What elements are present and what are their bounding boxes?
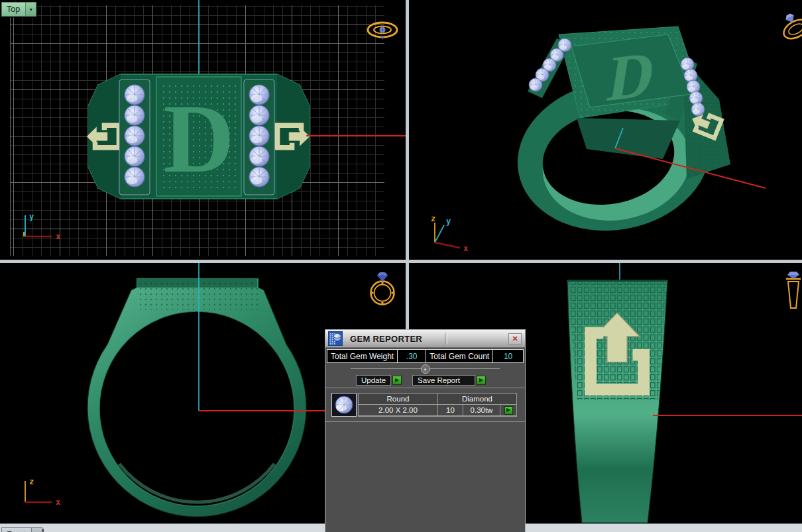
gem-type-header: Diamond <box>438 394 516 405</box>
viewport-label-top[interactable]: Top ▼ <box>1 2 36 17</box>
view-orientation-icon-front[interactable] <box>371 272 394 305</box>
update-play-button[interactable]: ▶ <box>392 376 402 385</box>
view-orientation-icon-top[interactable] <box>368 23 397 40</box>
axis-indicator-perspective: z y x <box>431 214 468 253</box>
close-button[interactable]: ✕ <box>508 333 522 345</box>
viewport-front-dropdown[interactable]: ▼ <box>31 528 42 532</box>
ring-model-front-view[interactable] <box>87 278 306 517</box>
chevron-down-icon: ▼ <box>29 7 33 12</box>
viewport-perspective-canvas[interactable]: D <box>409 0 802 260</box>
update-button[interactable]: Update <box>356 375 391 386</box>
save-report-play-button[interactable]: ▶ <box>477 376 486 385</box>
gem-shape-header: Round <box>359 394 438 405</box>
gem-reporter-dialog: GEM REPORTER ✕ Total Gem Weight .30 Tota… <box>325 329 526 532</box>
gem-reporter-icon <box>328 331 343 346</box>
viewport-label-front-text: Front <box>2 528 31 532</box>
gem-row-right <box>249 85 269 187</box>
dialog-buttons-row: Update ▶ Save Report ▶ <box>325 373 525 388</box>
gem-row-left <box>125 85 144 187</box>
axis-label-z: z <box>29 477 34 486</box>
view-orientation-icon-perspective[interactable] <box>777 9 802 42</box>
gem-row-play-button[interactable]: ▶ <box>504 406 513 415</box>
gem-size-cell: 2.00 X 2.00 <box>359 405 438 416</box>
titlebar-groove <box>445 333 447 345</box>
viewport-top-canvas[interactable]: D y x <box>0 0 406 260</box>
gem-totals-row: Total Gem Weight .30 Total Gem Count 10 <box>327 349 524 363</box>
gem-count-cell: 10 <box>438 405 463 416</box>
ring-model-top-view[interactable]: D <box>87 74 310 199</box>
total-gem-count-value: 10 <box>492 350 523 362</box>
axis-label-x: x <box>56 232 60 241</box>
play-icon: ▶ <box>506 407 510 413</box>
axis-label-x: x <box>463 244 468 253</box>
gem-reporter-title: GEM REPORTER <box>350 334 422 344</box>
axis-label-x: x <box>56 498 60 507</box>
gem-row-button-cell: ▶ <box>500 405 516 416</box>
viewport-perspective[interactable]: D <box>409 0 802 260</box>
viewport-top[interactable]: D y x Top ▼ <box>0 0 406 260</box>
monogram-top-view: D <box>164 84 235 193</box>
axis-label-y: y <box>29 212 34 221</box>
save-report-button[interactable]: Save Report <box>412 375 475 386</box>
play-icon: ▶ <box>395 378 399 383</box>
axis-indicator-front: z x <box>25 477 60 507</box>
gem-reporter-titlebar[interactable]: GEM REPORTER ✕ <box>325 330 525 348</box>
ring-model-right-view[interactable] <box>567 280 668 523</box>
total-gem-weight-value: .30 <box>397 350 426 362</box>
axis-label-z: z <box>431 214 435 223</box>
axis-label-y: y <box>446 217 451 226</box>
gem-table-grid: Round Diamond 2.00 X 2.00 10 0.30tw ▶ <box>358 393 517 417</box>
dialog-empty-area <box>325 422 525 532</box>
viewport-top-dropdown[interactable]: ▼ <box>25 3 36 16</box>
matrix-workspace: D y x Top ▼ <box>0 0 802 532</box>
close-icon: ✕ <box>512 335 518 343</box>
gem-table: Round Diamond 2.00 X 2.00 10 0.30tw ▶ <box>325 388 525 422</box>
chevron-up-icon: ▲ <box>424 367 428 371</box>
viewport-label-top-text: Top <box>2 3 25 16</box>
gem-weight-cell: 0.30tw <box>463 405 500 416</box>
total-gem-weight-label: Total Gem Weight <box>327 350 397 362</box>
ring-model-perspective-view[interactable]: D <box>506 27 730 246</box>
play-icon: ▶ <box>479 378 483 383</box>
viewport-divider-horizontal[interactable] <box>0 260 802 263</box>
total-gem-count-label: Total Gem Count <box>426 350 492 362</box>
view-orientation-icon-right[interactable] <box>786 272 801 308</box>
gem-thumbnail[interactable] <box>331 393 357 417</box>
viewport-label-front[interactable]: Front ▼ <box>1 527 42 532</box>
axis-indicator-top: y x <box>24 212 60 241</box>
collapse-button[interactable]: ▲ <box>421 364 430 374</box>
gem-row-left-perspective <box>529 38 571 91</box>
collapse-row: ▲ <box>325 364 525 373</box>
